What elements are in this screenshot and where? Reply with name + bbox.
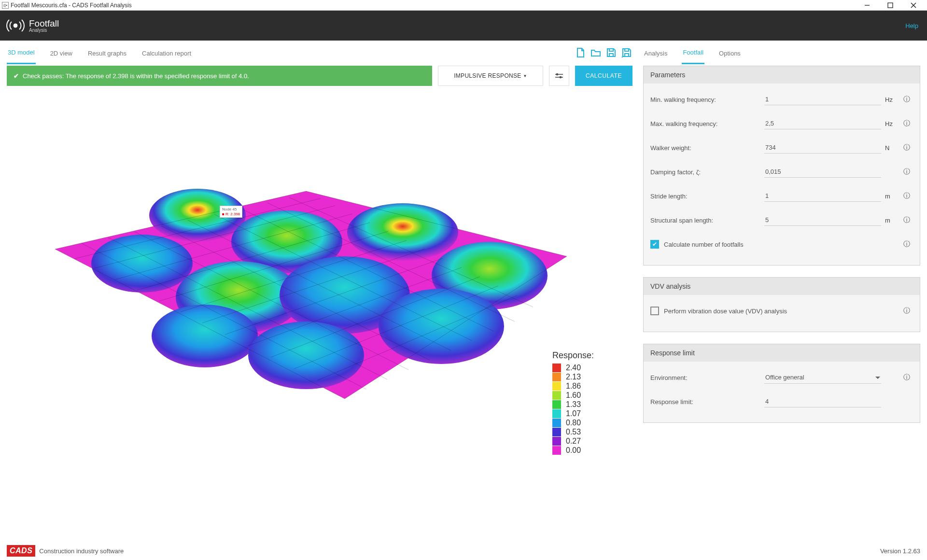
legend-swatch <box>552 382 561 391</box>
legend-row: 1.60 <box>552 391 594 400</box>
3d-viewport[interactable]: Node 45 ■ R: 2.398 Response: 2.402.131.8… <box>7 90 632 542</box>
svg-rect-1 <box>888 3 893 8</box>
new-file-icon[interactable] <box>575 46 586 60</box>
legend-swatch <box>552 373 561 381</box>
legend-swatch <box>552 391 561 400</box>
param-input[interactable]: 734 <box>764 142 881 154</box>
param-unit: Hz <box>881 96 900 103</box>
param-input[interactable]: 0,015 <box>764 166 881 178</box>
legend-row: 0.27 <box>552 437 594 446</box>
color-legend: Response: 2.402.131.861.601.331.070.800.… <box>552 350 594 455</box>
response-type-dropdown[interactable]: IMPULSIVE RESPONSE▼ <box>438 66 543 86</box>
legend-value: 0.80 <box>566 419 581 427</box>
info-icon[interactable] <box>900 95 913 104</box>
tab-calculation-report[interactable]: Calculation report <box>141 43 192 64</box>
response-limit-title: Response limit <box>644 344 920 362</box>
param-input[interactable]: 1 <box>764 190 881 202</box>
info-icon[interactable] <box>900 168 913 176</box>
param-label: Stride length: <box>650 193 764 200</box>
response-limit-label: Response limit: <box>650 398 764 406</box>
legend-swatch <box>552 428 561 436</box>
param-row: Max. walking frequency:2,5Hz <box>650 112 913 136</box>
legend-row: 1.86 <box>552 382 594 391</box>
open-file-icon[interactable] <box>590 46 602 60</box>
tab-2d-view[interactable]: 2D view <box>49 43 73 64</box>
tab-3d-model[interactable]: 3D model <box>7 42 36 64</box>
legend-row: 0.80 <box>552 419 594 427</box>
save-file-icon[interactable] <box>605 46 617 60</box>
cads-logo: CADS <box>7 545 35 557</box>
param-label: Structural span length: <box>650 217 764 224</box>
legend-title: Response: <box>552 350 594 361</box>
environment-label: Environment: <box>650 374 764 381</box>
param-row: Structural span length:5m <box>650 208 913 232</box>
status-text: Check passes: The response of 2.398 is w… <box>23 72 249 80</box>
legend-row: 0.53 <box>552 428 594 436</box>
footer: CADS Construction industry software Vers… <box>0 542 927 560</box>
app-name: Footfall <box>29 19 59 28</box>
tab-footfall[interactable]: Footfall <box>682 42 704 64</box>
app-icon: ((• <box>2 2 9 9</box>
param-input[interactable]: 2,5 <box>764 118 881 129</box>
info-icon[interactable] <box>900 373 913 382</box>
calculate-footfalls-label: Calculate number of footfalls <box>664 241 900 248</box>
left-tabs: 3D model 2D view Result graphs Calculati… <box>7 41 632 66</box>
legend-row: 1.07 <box>552 409 594 418</box>
window-title: Footfall Mescouris.cfa - CADS Footfall A… <box>11 2 132 9</box>
mesh-surface <box>36 162 586 433</box>
param-row: Damping factor, ζ:0,015 <box>650 160 913 184</box>
info-icon[interactable] <box>900 143 913 152</box>
app-logo: Footfall Analysis <box>6 16 59 35</box>
help-link[interactable]: Help <box>905 22 918 29</box>
legend-swatch <box>552 409 561 418</box>
param-input[interactable]: 5 <box>764 214 881 226</box>
save-as-icon[interactable] <box>621 46 632 60</box>
calculate-footfalls-checkbox[interactable]: ✔ <box>650 240 659 249</box>
legend-swatch <box>552 400 561 409</box>
tab-options[interactable]: Options <box>718 43 742 64</box>
environment-row: Environment: Office general <box>650 365 913 390</box>
info-icon[interactable] <box>900 192 913 200</box>
tab-analysis[interactable]: Analysis <box>643 43 668 64</box>
param-unit: m <box>881 217 900 224</box>
calculate-button[interactable]: CALCULATE <box>575 66 632 86</box>
legend-row: 1.33 <box>552 400 594 409</box>
app-header: Footfall Analysis Help <box>0 11 927 41</box>
parameters-panel: Parameters Min. walking frequency:1HzMax… <box>643 66 920 266</box>
footer-tagline: Construction industry software <box>39 547 124 555</box>
param-row: Walker weight:734N <box>650 136 913 160</box>
legend-value: 1.33 <box>566 400 581 409</box>
svg-rect-6 <box>625 54 629 56</box>
check-icon: ✔ <box>14 72 19 80</box>
vdv-label: Perform vibration dose value (VDV) analy… <box>664 308 900 315</box>
param-label: Min. walking frequency: <box>650 96 764 103</box>
param-input[interactable]: 1 <box>764 94 881 105</box>
info-icon[interactable] <box>900 119 913 128</box>
view-settings-button[interactable] <box>549 66 569 86</box>
legend-row: 2.40 <box>552 364 594 372</box>
legend-row: 2.13 <box>552 373 594 381</box>
legend-value: 0.27 <box>566 437 581 446</box>
minimize-button[interactable] <box>856 0 879 11</box>
app-sub: Analysis <box>29 28 59 33</box>
legend-value: 2.40 <box>566 364 581 372</box>
response-limit-input[interactable]: 4 <box>764 396 881 407</box>
svg-point-18 <box>379 289 504 364</box>
vdv-checkbox[interactable] <box>650 307 659 315</box>
svg-point-15 <box>91 235 193 293</box>
response-limit-row: Response limit: 4 <box>650 390 913 414</box>
status-banner: ✔ Check passes: The response of 2.398 is… <box>7 66 432 86</box>
info-icon[interactable] <box>900 307 913 315</box>
close-button[interactable] <box>902 0 925 11</box>
svg-point-20 <box>248 322 364 389</box>
maximize-button[interactable] <box>879 0 902 11</box>
legend-swatch <box>552 446 561 455</box>
info-icon[interactable] <box>900 216 913 224</box>
info-icon[interactable] <box>900 240 913 249</box>
vdv-panel: VDV analysis Perform vibration dose valu… <box>643 277 920 332</box>
tab-result-graphs[interactable]: Result graphs <box>87 43 127 64</box>
environment-select[interactable]: Office general <box>764 372 881 384</box>
legend-row: 0.00 <box>552 446 594 455</box>
svg-rect-5 <box>609 54 613 56</box>
legend-swatch <box>552 364 561 372</box>
